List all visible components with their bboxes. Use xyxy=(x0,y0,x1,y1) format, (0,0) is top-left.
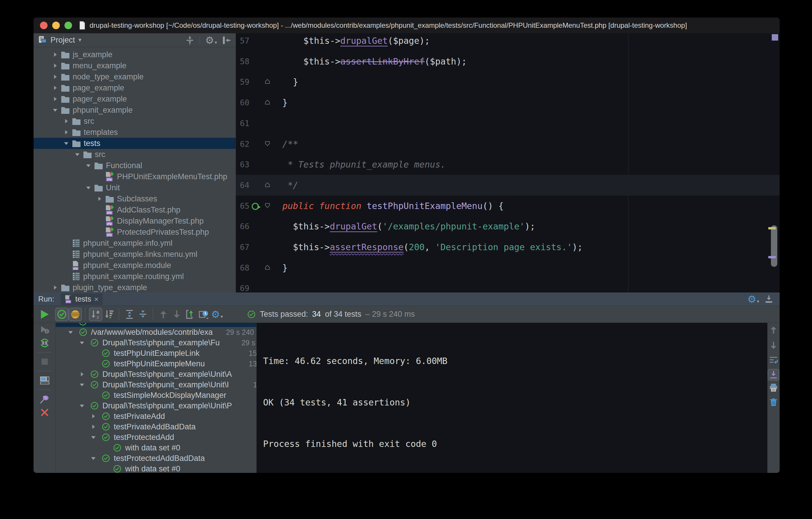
test-tree-item[interactable]: testSimpleMockDisplayManager120 ms xyxy=(56,390,256,401)
expand-arrow-icon[interactable] xyxy=(52,284,61,291)
run-settings-icon[interactable]: ⚙︎▾ xyxy=(210,308,224,321)
show-ignored-icon[interactable] xyxy=(68,308,82,321)
project-tree-item[interactable]: tests xyxy=(33,138,236,149)
project-tree-item[interactable]: phpPHPUnitExampleMenuTest.php xyxy=(33,171,236,182)
minimize-window-button[interactable] xyxy=(52,22,60,29)
collapse-arrow-icon[interactable] xyxy=(63,140,72,146)
previous-failed-test-icon[interactable] xyxy=(156,308,170,321)
stop-button[interactable] xyxy=(38,355,51,368)
scroll-up-button[interactable] xyxy=(768,324,779,336)
expand-all-icon[interactable] xyxy=(123,308,136,321)
clear-all-button[interactable] xyxy=(768,397,779,408)
console-output[interactable]: Time: 46.62 seconds, Memory: 6.00MBOK (3… xyxy=(256,323,767,473)
test-tree-item[interactable]: Drupal\Tests\phpunit_example\Fu29 s 60 m… xyxy=(56,337,256,348)
project-tree-item[interactable]: phpunit_example.routing.yml xyxy=(33,271,236,282)
project-tree-item[interactable]: Unit xyxy=(33,182,236,193)
rerun-tests-button[interactable] xyxy=(38,308,51,321)
run-settings-icon[interactable]: ⚙︎▾ xyxy=(747,294,759,304)
test-tree-item[interactable]: testPrivateAdd10 ms xyxy=(56,411,256,421)
collapse-arrow-icon[interactable] xyxy=(90,455,102,462)
soft-wrap-button[interactable] xyxy=(768,354,779,366)
collapse-arrow-icon[interactable] xyxy=(52,107,61,113)
collapse-arrow-icon[interactable] xyxy=(90,434,102,440)
project-tree-item[interactable]: Functional xyxy=(33,160,236,171)
test-tree-item[interactable]: Drupal\Tests\phpunit_example\Unit\P20 ms xyxy=(56,401,256,411)
import-test-results-icon[interactable] xyxy=(183,308,197,321)
expand-arrow-icon[interactable] xyxy=(52,85,61,91)
test-tree-item[interactable]: testProtectedAddBadData0 ms xyxy=(56,453,256,464)
collapse-all-icon[interactable] xyxy=(136,308,150,321)
expand-arrow-icon[interactable] xyxy=(63,118,72,124)
expand-arrow-icon[interactable] xyxy=(52,51,61,58)
project-tree-item[interactable]: phpphpunit_example.module xyxy=(33,260,236,271)
project-tree-item[interactable]: templates xyxy=(33,127,236,138)
rerun-failed-tests-button[interactable]: ! xyxy=(38,323,51,336)
test-tree-item[interactable]: testPhpUnitExampleMenu13 s 490 ms xyxy=(56,358,256,369)
fold-start-icon[interactable] xyxy=(264,140,271,147)
code-editor[interactable]: 57 $this->drupalGet($page);58 $this->ass… xyxy=(236,33,780,293)
project-tree-item[interactable]: phpunit_example xyxy=(33,105,236,116)
expand-arrow-icon[interactable] xyxy=(52,96,61,102)
project-tree-item[interactable]: phpDisplayManagerTest.php xyxy=(33,215,236,226)
sort-alphabetically-icon[interactable]: az xyxy=(89,308,103,321)
close-tab-icon[interactable]: × xyxy=(94,295,98,303)
collapse-arrow-icon[interactable] xyxy=(85,162,94,169)
test-tree-item[interactable]: testPrivateAddBadData0 ms xyxy=(56,421,256,432)
project-tree-item[interactable]: phpAddClassTest.php xyxy=(33,204,236,215)
next-failed-test-icon[interactable] xyxy=(170,308,183,321)
collapse-arrow-icon[interactable] xyxy=(85,185,94,191)
collapse-arrow-icon[interactable] xyxy=(74,151,83,158)
expand-arrow-icon[interactable] xyxy=(63,129,72,135)
pin-tab-button[interactable] xyxy=(38,392,51,406)
inspection-status-indicator[interactable] xyxy=(772,34,778,40)
collapse-arrow-icon[interactable] xyxy=(67,329,79,335)
project-tree-item[interactable]: pager_example xyxy=(33,93,236,105)
project-tree-item[interactable]: src xyxy=(33,116,236,127)
test-history-icon[interactable] xyxy=(197,308,210,321)
hide-panel-icon[interactable] xyxy=(222,35,232,45)
run-test-icon[interactable] xyxy=(251,202,262,211)
collapse-arrow-icon[interactable] xyxy=(79,382,90,388)
toggle-auto-test-button[interactable] xyxy=(38,336,51,350)
fold-start-icon[interactable] xyxy=(264,202,271,209)
project-tree-item[interactable]: phpProtectedPrivatesTest.php xyxy=(33,226,236,238)
expand-arrow-icon[interactable] xyxy=(52,74,61,80)
project-tree-item[interactable]: phpunit_example.links.menu.yml xyxy=(33,249,236,260)
project-tree-item[interactable]: plugin_type_example xyxy=(33,282,236,293)
expand-arrow-icon[interactable] xyxy=(90,424,102,430)
zoom-window-button[interactable] xyxy=(64,22,72,29)
test-tree-item[interactable]: testProtectedAdd10 ms xyxy=(56,432,256,442)
test-tree-item[interactable]: testPhpUnitExampleLink15 s 570 ms xyxy=(56,348,256,358)
project-panel-title[interactable]: Project xyxy=(51,36,75,45)
project-tree-item[interactable]: page_example xyxy=(33,82,236,93)
hide-panel-down-icon[interactable] xyxy=(764,294,774,304)
print-button[interactable] xyxy=(768,382,779,393)
expand-arrow-icon[interactable] xyxy=(96,196,105,202)
collapse-arrow-icon[interactable] xyxy=(79,403,90,409)
project-tree-item[interactable]: src xyxy=(33,149,236,160)
scroll-to-end-button[interactable] xyxy=(768,369,779,381)
project-tree-item[interactable]: phpunit_example.info.yml xyxy=(33,238,236,249)
project-tree-item[interactable]: node_type_example xyxy=(33,71,236,82)
test-tree-item[interactable]: with data set #00 ms xyxy=(56,464,256,473)
fold-end-icon[interactable] xyxy=(264,264,271,271)
collapse-arrow-icon[interactable] xyxy=(79,339,90,346)
chevron-down-icon[interactable]: ▼ xyxy=(77,37,83,43)
fold-end-icon[interactable] xyxy=(264,181,271,188)
close-button[interactable] xyxy=(38,406,51,419)
panel-settings-icon[interactable]: ⚙︎▾ xyxy=(205,35,217,45)
sort-by-duration-icon[interactable] xyxy=(103,308,116,321)
scroll-down-button[interactable] xyxy=(768,340,779,351)
close-window-button[interactable] xyxy=(40,22,48,29)
editor-scrollbar-thumb[interactable] xyxy=(770,225,778,267)
collapse-arrows-icon[interactable] xyxy=(185,35,195,45)
project-tree-item[interactable]: Subclasses xyxy=(33,193,236,204)
project-tree-item[interactable]: js_example xyxy=(33,49,236,60)
fold-end-icon[interactable] xyxy=(264,99,271,106)
show-passed-icon[interactable] xyxy=(55,308,68,321)
expand-arrow-icon[interactable] xyxy=(90,413,102,419)
test-tree-item[interactable]: Drupal\Tests\phpunit_example\Unit\I120 m… xyxy=(56,380,256,390)
test-tree-item[interactable]: with data set #010 ms xyxy=(56,442,256,453)
run-tab-tests[interactable]: php tests × xyxy=(61,293,103,305)
test-tree-item[interactable]: /var/www/web/modules/contrib/exa29 s 240… xyxy=(56,327,256,337)
